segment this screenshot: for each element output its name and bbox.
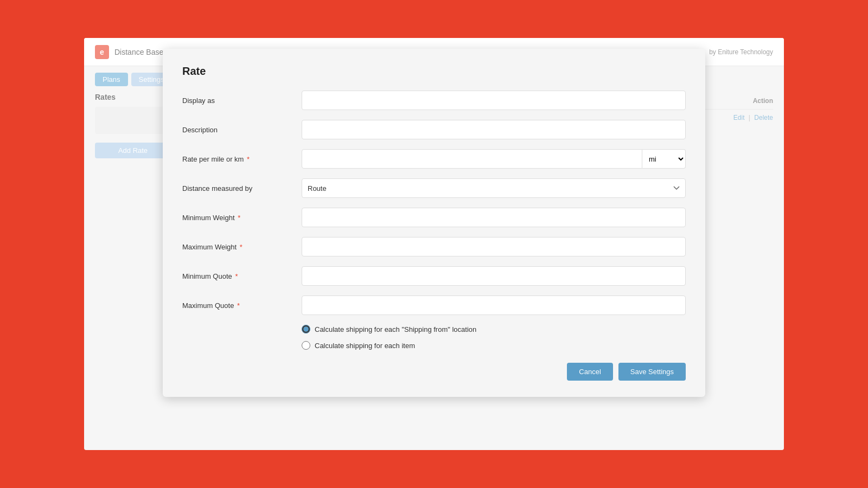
display-as-label: Display as xyxy=(182,97,302,105)
description-input[interactable] xyxy=(302,120,686,139)
radio-row-shipping-from: Calculate shipping for each "Shipping fr… xyxy=(182,325,686,333)
maximum-quote-input[interactable] xyxy=(302,296,686,315)
display-as-input[interactable] xyxy=(302,91,686,110)
save-settings-button[interactable]: Save Settings xyxy=(618,363,686,381)
modal-title: Rate xyxy=(182,65,686,78)
minimum-quote-label: Minimum Quote * xyxy=(182,272,302,280)
maximum-weight-input[interactable] xyxy=(302,237,686,256)
rate-per-mile-row: Rate per mile or km * mi km xyxy=(182,149,686,169)
minimum-weight-row: Minimum Weight * xyxy=(182,208,686,227)
cancel-button[interactable]: Cancel xyxy=(567,363,612,381)
radio-each-item-text: Calculate shipping for each item xyxy=(315,342,415,350)
maximum-weight-row: Maximum Weight * xyxy=(182,237,686,256)
maximum-quote-label: Maximum Quote * xyxy=(182,301,302,310)
maximum-quote-row: Maximum Quote * xyxy=(182,296,686,315)
radio-shipping-from-text: Calculate shipping for each "Shipping fr… xyxy=(315,325,476,333)
modal-footer: Cancel Save Settings xyxy=(182,363,686,381)
max-quote-required: * xyxy=(237,301,240,310)
radio-shipping-from[interactable] xyxy=(302,325,310,333)
rate-per-mile-required: * xyxy=(247,155,250,163)
rate-per-mile-label: Rate per mile or km * xyxy=(182,155,302,163)
display-as-row: Display as xyxy=(182,91,686,110)
minimum-quote-row: Minimum Quote * xyxy=(182,266,686,286)
description-row: Description xyxy=(182,120,686,139)
minimum-quote-input[interactable] xyxy=(302,266,686,286)
description-label: Description xyxy=(182,126,302,134)
min-weight-required: * xyxy=(238,214,240,222)
app-container: e Distance Based Shipping Rates by Enitu… xyxy=(84,38,784,450)
rate-per-mile-input[interactable] xyxy=(302,149,642,169)
unit-select[interactable]: mi km xyxy=(642,149,686,169)
minimum-weight-label: Minimum Weight * xyxy=(182,214,302,222)
modal-overlay: Rate Display as Description Rate per mil… xyxy=(84,38,784,450)
minimum-weight-input[interactable] xyxy=(302,208,686,227)
distance-measured-select[interactable]: Route Straight Line xyxy=(302,178,686,198)
radio-each-item[interactable] xyxy=(302,341,310,350)
radio-row-each-item: Calculate shipping for each item xyxy=(182,341,686,350)
distance-measured-label: Distance measured by xyxy=(182,184,302,192)
rate-modal: Rate Display as Description Rate per mil… xyxy=(163,49,705,397)
maximum-weight-label: Maximum Weight * xyxy=(182,243,302,251)
max-weight-required: * xyxy=(240,243,242,251)
min-quote-required: * xyxy=(235,272,238,280)
distance-measured-row: Distance measured by Route Straight Line xyxy=(182,178,686,198)
